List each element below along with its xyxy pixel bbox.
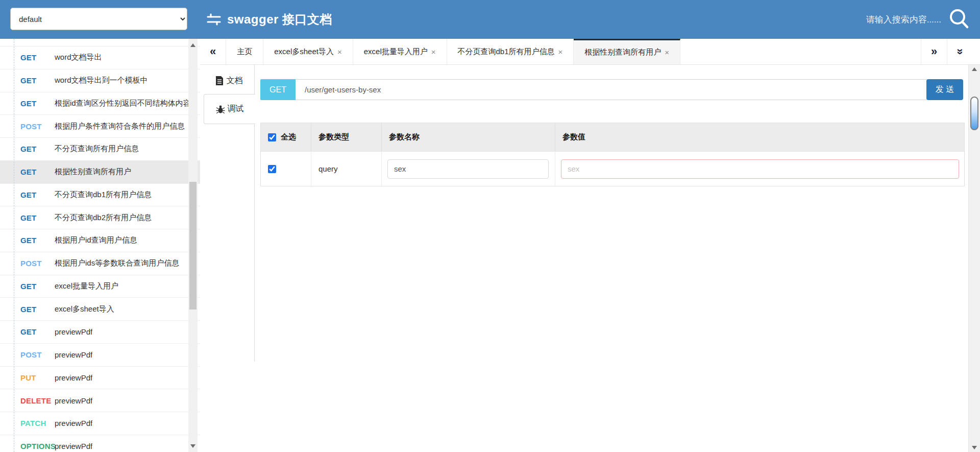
tab-close-icon[interactable]: × <box>665 49 669 56</box>
http-method-badge: GET <box>20 327 55 336</box>
tab-query-db1-users[interactable]: 不分页查询db1所有用户信息 × <box>447 39 574 64</box>
http-method-badge: GET <box>20 145 55 153</box>
api-list-item[interactable]: GET 不分页查询db1所有用户信息 <box>0 184 200 207</box>
tabs-scroll-right-button[interactable]: » <box>921 39 947 64</box>
api-list-item[interactable]: OPTIONS previewPdf <box>0 435 200 452</box>
api-list-item[interactable]: PATCH previewPdf <box>0 412 200 435</box>
api-list-item[interactable]: POST previewPdf <box>0 344 200 367</box>
tabs-scroll-left-button[interactable]: « <box>200 39 226 64</box>
tab-query-users-by-sex-active[interactable]: 根据性别查询所有用户 × <box>574 39 680 64</box>
api-item-label: previewPdf <box>55 350 92 359</box>
http-method-badge: GET <box>20 53 55 62</box>
subtab-doc[interactable]: 文档 <box>204 72 254 90</box>
tab-label: 不分页查询db1所有用户信息 <box>458 47 555 57</box>
send-button[interactable]: 发 送 <box>926 79 963 100</box>
tab-close-icon[interactable]: × <box>337 48 342 56</box>
chevron-double-down-icon: » <box>954 49 966 55</box>
subtab-doc-label: 文档 <box>227 76 243 86</box>
sidebar-scrollbar-thumb[interactable] <box>189 182 197 310</box>
api-group-select[interactable]: default <box>10 8 187 30</box>
tabs-right-controls: » » <box>921 39 973 64</box>
header-param-type-label: 参数类型 <box>318 132 349 142</box>
http-method-badge: PUT <box>20 373 55 382</box>
param-value-cell <box>555 152 964 186</box>
param-type-value: query <box>318 164 338 173</box>
http-method-badge: POST <box>20 259 55 268</box>
api-list-item[interactable]: GET 不分页查询所有用户信息 <box>0 138 200 161</box>
tab-label: excel多sheet导入 <box>274 47 334 57</box>
api-list-item[interactable]: GET word文档导出到一个模板中 <box>0 69 200 92</box>
api-item-label: word文档导出到一个模板中 <box>55 76 148 85</box>
main-panel: « 主页 excel多sheet导入 × excel批量导入用户 × 不分页查询… <box>200 39 980 452</box>
tab-label: 主页 <box>237 47 252 57</box>
api-list-item[interactable]: POST 根据用户条件查询符合条件的用户信息 <box>0 115 200 138</box>
bug-icon <box>216 105 225 114</box>
search-input[interactable] <box>807 10 942 30</box>
chevron-double-left-icon: « <box>210 46 216 57</box>
api-item-label: 不分页查询所有用户信息 <box>55 144 139 154</box>
api-list-item[interactable]: GET 不分页查询db2所有用户信息 <box>0 206 200 229</box>
search-icon[interactable] <box>947 7 972 31</box>
api-list-item[interactable]: POST 根据用户ids等参数联合查询用户信息 <box>0 252 200 275</box>
params-table-header: 全选 参数类型 参数名称 参数值 <box>261 123 964 151</box>
param-name-input[interactable] <box>387 159 549 179</box>
swagger-logo-icon <box>206 12 222 27</box>
subtab-debug-label: 调试 <box>228 104 244 114</box>
api-item-label: 根据id查询区分性别返回不同结构体内容 <box>55 99 191 108</box>
chevron-double-right-icon: » <box>931 46 937 57</box>
param-row-select-cell <box>261 152 311 186</box>
tab-home[interactable]: 主页 <box>226 39 263 64</box>
api-item-label: previewPdf <box>55 396 92 405</box>
tab-label: 根据性别查询所有用户 <box>584 47 661 57</box>
api-list-item[interactable]: GET excel多sheet导入 <box>0 298 200 321</box>
api-list-item[interactable]: GET excel批量导入用户 <box>0 275 200 298</box>
http-method-badge: POST <box>20 122 55 131</box>
tab-excel-multisheet[interactable]: excel多sheet导入 × <box>263 39 353 64</box>
scroll-up-icon[interactable] <box>188 41 198 49</box>
api-list-item[interactable]: GET 根据用户id查询用户信息 <box>0 229 200 252</box>
http-method-badge: GET <box>20 213 55 222</box>
param-value-input[interactable] <box>561 159 959 179</box>
request-url-input[interactable] <box>296 79 927 100</box>
document-icon <box>215 76 224 85</box>
http-method-badge: GET <box>20 76 55 85</box>
main-scrollbar-thumb[interactable] <box>970 97 978 130</box>
scroll-up-icon[interactable] <box>969 67 980 71</box>
tab-close-icon[interactable]: × <box>558 48 563 56</box>
http-method-badge: GET <box>20 305 55 314</box>
param-table-row: query <box>261 151 964 186</box>
http-method-badge: GET <box>20 99 55 108</box>
tabs-collapse-button[interactable]: » <box>947 39 973 64</box>
api-list-item-selected[interactable]: GET 根据性别查询所有用户 <box>0 161 200 184</box>
api-list-item[interactable]: DELETE previewPdf <box>0 389 200 412</box>
scroll-down-icon[interactable] <box>188 442 198 450</box>
tab-close-icon[interactable]: × <box>431 48 436 56</box>
api-list-item[interactable]: GET previewPdf <box>0 321 200 344</box>
select-all-checkbox[interactable] <box>268 133 276 141</box>
api-list-item[interactable]: GET word文档导出 <box>0 46 200 69</box>
scroll-down-icon[interactable] <box>969 446 980 449</box>
tab-excel-import-users[interactable]: excel批量导入用户 × <box>353 39 447 64</box>
http-method-badge: DELETE <box>20 396 55 405</box>
http-method-badge: OPTIONS <box>20 442 55 450</box>
param-name-cell <box>382 152 555 186</box>
http-method-badge: PATCH <box>20 419 55 427</box>
header-select-all: 全选 <box>261 123 311 151</box>
http-method-badge: GET <box>20 168 55 176</box>
header-param-type: 参数类型 <box>311 123 382 151</box>
main-scrollbar[interactable] <box>968 65 980 452</box>
api-row-partial <box>0 39 200 46</box>
api-item-label: 不分页查询db1所有用户信息 <box>55 190 152 200</box>
sidebar-scrollbar[interactable] <box>188 39 198 452</box>
api-item-label: previewPdf <box>55 419 92 427</box>
api-list-item[interactable]: GET 根据id查询区分性别返回不同结构体内容 <box>0 92 200 115</box>
subtab-debug-active[interactable]: 调试 <box>204 94 255 124</box>
page-title: swagger 接口文档 <box>227 11 332 28</box>
param-row-checkbox[interactable] <box>268 165 276 173</box>
api-list-item[interactable]: PUT previewPdf <box>0 367 200 390</box>
request-params-table: 全选 参数类型 参数名称 参数值 query <box>260 123 965 186</box>
header-param-name: 参数名称 <box>382 123 555 151</box>
api-item-label: previewPdf <box>55 373 92 382</box>
request-url-row: GET 发 送 <box>260 79 963 100</box>
header-param-value-label: 参数值 <box>562 132 585 142</box>
